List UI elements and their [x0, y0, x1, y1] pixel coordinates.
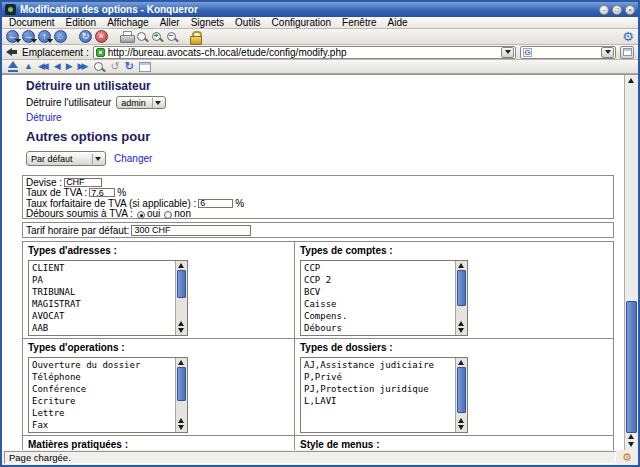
profile-select[interactable]: Par défaut	[26, 151, 106, 166]
adresses-listbox[interactable]: CLIENT PA TRIBUNAL MAGISTRAT AVOCAT AAB	[28, 260, 188, 336]
maximize-button[interactable]: □	[612, 5, 622, 15]
list-item[interactable]: MAGISTRAT	[32, 298, 173, 310]
list-item[interactable]: Conférence	[32, 383, 173, 395]
menu-affichage[interactable]: Affichage	[107, 17, 149, 28]
search-field[interactable]: G	[520, 46, 616, 59]
list-item[interactable]: PJ,Protection juridique	[304, 383, 453, 395]
scroll-down-icon[interactable]	[178, 425, 184, 430]
vat-input[interactable]	[89, 188, 115, 197]
back-button[interactable]: ←	[6, 30, 19, 43]
comptes-listbox[interactable]: CCP CCP 2 BCV Caisse Compens. Débours	[300, 260, 468, 336]
menu-edition[interactable]: Édition	[66, 17, 97, 28]
search-dropdown-button[interactable]	[601, 47, 614, 58]
scroll-down-icon[interactable]	[458, 328, 464, 333]
history-button[interactable]: ↺	[110, 61, 119, 72]
list-item[interactable]: CCP 2	[304, 274, 453, 286]
listbox-scrollbar[interactable]	[455, 358, 467, 432]
listbox-scrollbar[interactable]	[175, 261, 187, 335]
dossiers-listbox[interactable]: AJ,Assistance judiciaire P,Privé PJ,Prot…	[300, 357, 468, 433]
list-item[interactable]: Débours	[304, 322, 453, 334]
vat-no-radio[interactable]	[164, 211, 172, 219]
user-select[interactable]: admin	[116, 96, 166, 109]
stop-button[interactable]: ×	[95, 30, 108, 43]
search-go-button[interactable]	[620, 46, 634, 59]
list-item[interactable]: AAB	[32, 322, 173, 334]
scrollbar-thumb[interactable]	[177, 270, 186, 298]
list-item[interactable]: Ecriture	[32, 395, 173, 407]
list-item[interactable]: P,Privé	[304, 371, 453, 383]
zoom-in-button[interactable]: +	[151, 31, 163, 43]
menu-configuration[interactable]: Configuration	[272, 17, 331, 28]
flat-vat-input[interactable]	[198, 199, 233, 208]
refresh-button[interactable]: ↻	[125, 61, 134, 72]
list-item[interactable]: BCV	[304, 286, 453, 298]
list-item[interactable]: AVOCAT	[32, 310, 173, 322]
change-link[interactable]: Changer	[114, 153, 152, 164]
list-item[interactable]: CCP	[304, 262, 453, 274]
scroll-down-icon[interactable]	[628, 442, 634, 447]
operations-listbox[interactable]: Ouverture du dossier Téléphone Conférenc…	[28, 357, 188, 433]
menu-aller[interactable]: Aller	[160, 17, 180, 28]
scroll-up-icon[interactable]	[458, 418, 464, 423]
scroll-up-icon[interactable]	[178, 321, 184, 326]
menu-signets[interactable]: Signets	[191, 17, 224, 28]
security-button[interactable]	[190, 31, 200, 43]
find-button[interactable]	[136, 31, 148, 43]
currency-input[interactable]	[64, 178, 102, 187]
destroy-link[interactable]: Détruire	[26, 112, 62, 123]
list-item[interactable]: Compens.	[304, 310, 453, 322]
up-button[interactable]: ↑	[38, 30, 51, 43]
scroll-up-icon[interactable]	[178, 418, 184, 423]
list-item[interactable]: TRIBUNAL	[32, 286, 173, 298]
list-item[interactable]: Lettre	[32, 407, 173, 419]
forward-button[interactable]: →	[22, 30, 35, 43]
scroll-up-icon[interactable]	[178, 360, 184, 365]
scrollbar-thumb[interactable]	[457, 367, 466, 413]
list-item[interactable]: Ouverture du dossier	[32, 359, 173, 371]
url-field[interactable]: http://bureau.avocats-ch.local/etude/con…	[93, 46, 516, 59]
scroll-up-icon[interactable]	[458, 263, 464, 268]
listbox-scrollbar[interactable]	[175, 358, 187, 432]
menu-outils[interactable]: Outils	[235, 17, 261, 28]
reload-button[interactable]: ↻	[79, 30, 92, 43]
print-button[interactable]	[120, 31, 133, 42]
vat-yes-radio[interactable]	[137, 211, 145, 219]
url-dropdown-button[interactable]	[501, 47, 514, 58]
hourly-rate-input[interactable]	[131, 225, 251, 236]
scroll-down-icon[interactable]	[178, 328, 184, 333]
search-page-button[interactable]	[93, 61, 105, 73]
clear-location-icon[interactable]	[6, 47, 18, 57]
list-item[interactable]: Fax	[32, 419, 173, 431]
scroll-down-icon[interactable]	[458, 425, 464, 430]
scrollbar-thumb[interactable]	[457, 270, 466, 306]
list-item[interactable]: Caisse	[304, 298, 453, 310]
menu-aide[interactable]: Aide	[388, 17, 408, 28]
minimize-button[interactable]: –	[599, 5, 609, 15]
list-item[interactable]: AJ,Assistance judiciaire	[304, 359, 453, 371]
zoom-out-button[interactable]: −	[166, 31, 178, 43]
scroll-up-icon[interactable]	[458, 321, 464, 326]
home-button[interactable]: ⌂	[54, 30, 67, 43]
scroll-up-icon[interactable]	[628, 434, 634, 439]
list-item[interactable]: CLIENT	[32, 262, 173, 274]
scroll-up-icon[interactable]	[178, 263, 184, 268]
go-up-button[interactable]: ▲	[24, 61, 33, 72]
scrollbar-thumb[interactable]	[626, 301, 637, 433]
listbox-scrollbar[interactable]	[455, 261, 467, 335]
list-item[interactable]: PA	[32, 274, 173, 286]
scroll-up-icon[interactable]	[458, 360, 464, 365]
go-top-button[interactable]	[7, 61, 19, 72]
previous-button[interactable]: ◀	[54, 61, 61, 72]
scroll-up-icon[interactable]	[628, 78, 634, 83]
url-text[interactable]: http://bureau.avocats-ch.local/etude/con…	[108, 47, 499, 58]
close-button[interactable]: ×	[625, 5, 635, 15]
list-item[interactable]: L,LAVI	[304, 395, 453, 407]
last-button[interactable]: ▶▶	[78, 61, 89, 72]
menu-fenetre[interactable]: Fenêtre	[342, 17, 376, 28]
new-window-button[interactable]	[139, 62, 151, 72]
list-item[interactable]: Téléphone	[32, 371, 173, 383]
first-button[interactable]: ◀◀	[38, 61, 49, 72]
menu-document[interactable]: Document	[9, 17, 55, 28]
scrollbar-thumb[interactable]	[177, 367, 186, 401]
page-scrollbar[interactable]	[624, 75, 638, 450]
